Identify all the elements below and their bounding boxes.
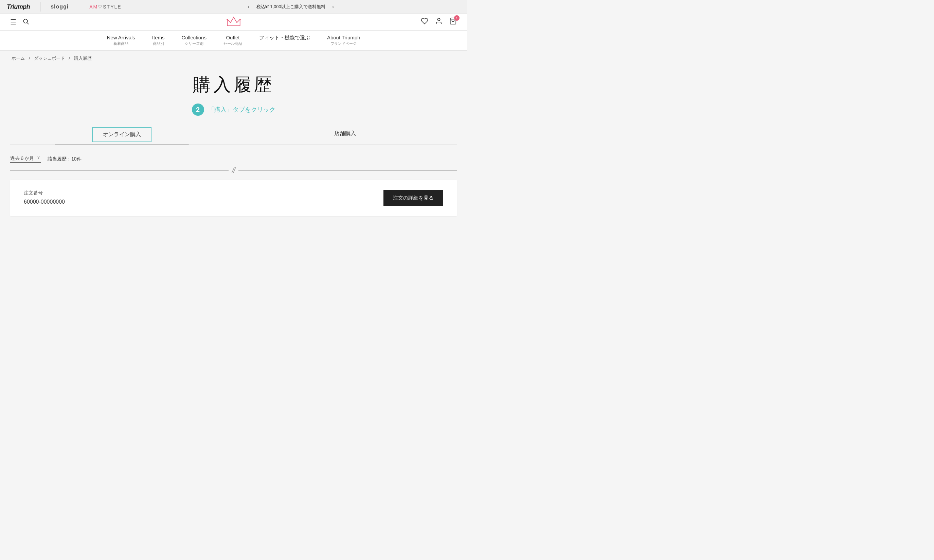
period-filter[interactable]: 過去６か月 過去１年 過去２年 ∨: [10, 155, 41, 163]
cart-badge: 1: [454, 15, 459, 21]
cart-icon[interactable]: 1: [449, 17, 457, 27]
order-info: 注文番号 60000-00000000: [24, 190, 65, 205]
annotation-text: 「購入」タブをクリック: [208, 106, 276, 114]
nav-item-about-sub: ブランドページ: [330, 41, 357, 46]
order-card: 注文番号 60000-00000000 注文の詳細を見る: [10, 180, 457, 216]
nav-item-outlet-sub: セール商品: [223, 41, 242, 46]
order-card-header: 注文番号 60000-00000000 注文の詳細を見る: [24, 190, 443, 206]
nav-item-fit-label: フィット・機能で選ぶ: [259, 35, 310, 41]
next-arrow[interactable]: ›: [332, 4, 334, 10]
wishlist-icon[interactable]: [421, 17, 428, 27]
tabs-container: オンライン購入 店舗購入: [10, 123, 457, 145]
nav-item-items[interactable]: Items 商品別: [152, 35, 165, 46]
filter-count: 該当履歴：10件: [48, 156, 82, 162]
tab-online-label: オンライン購入: [92, 127, 151, 142]
nav-item-new-arrivals[interactable]: New Arrivals 新着商品: [107, 35, 135, 46]
annotation-area: 2 「購入」タブをクリック: [10, 103, 457, 116]
brand-separator: [40, 2, 40, 12]
account-icon[interactable]: [435, 17, 442, 27]
brand-bar: Triumph sloggi AM♡STYLE ‹ 税込¥11,000以上ご購入…: [0, 0, 467, 14]
nav-item-items-sub: 商品別: [153, 41, 164, 46]
nav-item-new-arrivals-label: New Arrivals: [107, 35, 135, 40]
nav-item-collections-sub: シリーズ別: [185, 41, 203, 46]
header-logo[interactable]: [225, 15, 242, 29]
page-title: 購入履歴: [10, 73, 457, 97]
header-right: 1: [421, 17, 457, 27]
brand-triumph[interactable]: Triumph: [7, 3, 30, 11]
breadcrumb-history: 購入履歴: [74, 56, 92, 61]
header-left: ☰: [10, 18, 29, 26]
breadcrumb-sep-2: /: [69, 56, 71, 61]
svg-point-5: [239, 18, 240, 20]
slash-marks: //: [231, 166, 236, 175]
crown-icon: [225, 15, 242, 29]
filter-bar: 過去６か月 過去１年 過去２年 ∨ 該当履歴：10件: [10, 152, 457, 163]
order-detail-button[interactable]: 注文の詳細を見る: [384, 190, 443, 206]
brand-separator-2: [79, 2, 79, 12]
main-header: ☰ 1: [0, 14, 467, 31]
nav-item-collections-label: Collections: [182, 35, 207, 40]
nav-item-outlet-label: Outlet: [226, 35, 239, 40]
content-area: ホーム / ダッシュボード / 購入履歴 購入履歴 2 「購入」タブをクリック …: [0, 51, 467, 232]
brand-amostyle[interactable]: AM♡STYLE: [89, 4, 121, 9]
tab-store[interactable]: 店舗購入: [234, 125, 457, 142]
tab-store-label: 店舗購入: [334, 130, 356, 137]
annotation-bubble: 2: [192, 103, 204, 116]
promo-area: ‹ 税込¥11,000以上ご購入で送料無料 ›: [122, 4, 460, 10]
tab-online[interactable]: オンライン購入: [10, 123, 234, 145]
nav-item-new-arrivals-sub: 新着商品: [113, 41, 128, 46]
svg-point-3: [227, 18, 228, 20]
breadcrumb-sep-1: /: [29, 56, 31, 61]
brand-list: Triumph sloggi AM♡STYLE: [7, 2, 122, 12]
nav-item-outlet[interactable]: Outlet セール商品: [223, 35, 242, 46]
breadcrumb: ホーム / ダッシュボード / 購入履歴: [10, 51, 457, 66]
search-icon[interactable]: [22, 18, 29, 26]
prev-arrow[interactable]: ‹: [248, 4, 249, 10]
divider-line-right: [239, 170, 457, 171]
period-select[interactable]: 過去６か月 過去１年 過去２年: [10, 155, 41, 161]
svg-point-0: [23, 19, 28, 23]
page-title-area: 購入履歴: [10, 66, 457, 100]
nav-menu: New Arrivals 新着商品 Items 商品別 Collections …: [0, 31, 467, 51]
breadcrumb-home[interactable]: ホーム: [12, 56, 25, 61]
svg-point-6: [438, 18, 440, 21]
slash-divider: //: [10, 166, 457, 175]
nav-item-items-label: Items: [152, 35, 165, 40]
breadcrumb-dashboard[interactable]: ダッシュボード: [34, 56, 65, 61]
svg-point-4: [233, 17, 234, 18]
nav-item-about[interactable]: About Triumph ブランドページ: [327, 35, 361, 46]
nav-item-about-label: About Triumph: [327, 35, 361, 40]
order-number-label: 注文番号: [24, 190, 65, 196]
promo-text: 税込¥11,000以上ご購入で送料無料: [256, 4, 325, 10]
nav-item-fit[interactable]: フィット・機能で選ぶ: [259, 35, 310, 46]
order-number-value: 60000-00000000: [24, 199, 65, 205]
svg-line-1: [27, 22, 29, 24]
nav-item-collections[interactable]: Collections シリーズ別: [182, 35, 207, 46]
divider-line-left: [10, 170, 228, 171]
hamburger-icon[interactable]: ☰: [10, 18, 16, 26]
brand-sloggi[interactable]: sloggi: [51, 4, 69, 10]
